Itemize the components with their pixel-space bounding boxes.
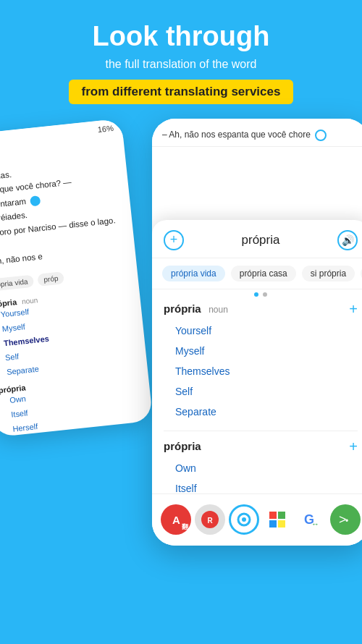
translate-a-label: A [172, 514, 180, 526]
phones-area: 2:02 16% Isso, it salgadas. – Por que vo… [0, 119, 362, 575]
windows-icon[interactable] [262, 504, 292, 535]
dict-add-button[interactable]: + [164, 230, 184, 250]
phone-toolbar: A 翻 R [152, 493, 362, 546]
dict-chip-2[interactable]: própria casa [231, 266, 296, 281]
dict-entry-1-word: própria [164, 302, 201, 315]
dict-entry-1-type: noun [209, 305, 228, 315]
blue-circle-icon [315, 130, 327, 141]
entry1-item-myself: Myself [175, 341, 358, 361]
dict-entry-1-word-row: própria noun [164, 302, 228, 315]
bg-phone-text-content: Isso, it salgadas. – Por que você chora?… [0, 135, 136, 276]
dict-entry-2-header: própria + [164, 438, 358, 455]
dot-2 [263, 292, 267, 297]
hero-highlight: from different translating services [69, 80, 294, 104]
source-icon[interactable]: > • [330, 504, 361, 535]
pagination-dots [152, 289, 362, 301]
dictionary-panel: + própria 🔊 própria vida própria casa si… [152, 220, 362, 546]
hero-section: Look through the full translation of the… [0, 0, 362, 119]
entry1-item-self: Self [175, 381, 358, 402]
entry1-item-separate: Separate [175, 402, 358, 422]
win-sq-red [269, 512, 277, 519]
bg-word1-list: Yourself Myself Themselves Self Separate [0, 295, 138, 381]
reverso-svg: R [200, 509, 220, 530]
svg-text:R: R [207, 517, 213, 525]
fg-text-context: – Ah, não nos espanta que você chore [152, 119, 362, 147]
win-sq-yellow [278, 520, 285, 528]
background-phone: 2:02 16% Isso, it salgadas. – Por que vo… [0, 118, 153, 437]
fg-context-line: – Ah, não nos espanta que você chore [162, 127, 359, 142]
dict-entry-2-word: própria [164, 440, 201, 452]
bg-chip-1[interactable]: própria vida [0, 275, 34, 292]
bg-word-list: própria noun Yourself Myself Themselves … [0, 281, 153, 438]
win-sq-green [278, 512, 285, 519]
dict-sound-button[interactable]: 🔊 [337, 230, 358, 250]
dict-ring-svg [236, 512, 252, 528]
dict-entry-2-word-row: própria [164, 440, 201, 453]
dict-entry-1-header: própria noun + [164, 301, 358, 318]
dict-chips-row: própria vida própria casa si própria pró… [152, 258, 362, 289]
dict-divider [164, 431, 358, 431]
dict-entry-2-plus-button[interactable]: + [349, 438, 358, 455]
source-svg: > • [337, 512, 353, 528]
entry1-item-yourself: Yourself [175, 321, 358, 341]
svg-text:↔: ↔ [311, 520, 319, 528]
dot-1 [254, 292, 258, 297]
foreground-phone: – Ah, não nos espanta que você chore + p… [152, 119, 362, 546]
dict-entry-1-plus-button[interactable]: + [349, 301, 358, 318]
translate-small-icon: 翻 [182, 522, 188, 532]
dict-chip-3[interactable]: si própria [302, 266, 355, 281]
google-translate-svg: G ↔ [302, 510, 321, 529]
hero-title: Look through [14, 22, 348, 52]
dict-entry-1: própria noun + Yourself Myself Themselve… [164, 301, 358, 422]
svg-point-3 [242, 517, 246, 522]
dict-entry-1-list: Yourself Myself Themselves Self Separate [164, 321, 358, 422]
hero-subtitle: the full translation of the word [14, 58, 348, 71]
dict-app-icon[interactable] [229, 504, 259, 535]
svg-text:•: • [345, 516, 348, 526]
dict-entries: própria noun + Yourself Myself Themselve… [152, 301, 362, 511]
bg-chip-2[interactable]: próp [38, 271, 65, 287]
reverso-icon[interactable]: R [195, 504, 225, 535]
windows-logo [269, 512, 285, 528]
dict-header: + própria 🔊 [152, 220, 362, 258]
entry2-item-own: Own [175, 458, 358, 478]
entry1-item-themselves: Themselves [175, 361, 358, 381]
win-sq-blue [269, 520, 277, 528]
dict-chip-1[interactable]: própria vida [162, 266, 225, 281]
google-translate-icon[interactable]: G ↔ [296, 504, 327, 535]
translate-a-icon[interactable]: A 翻 [161, 504, 191, 535]
blue-dot-icon [30, 195, 41, 206]
bg-status-battery: 16% [97, 124, 114, 134]
dict-word-title: própria [184, 233, 337, 247]
